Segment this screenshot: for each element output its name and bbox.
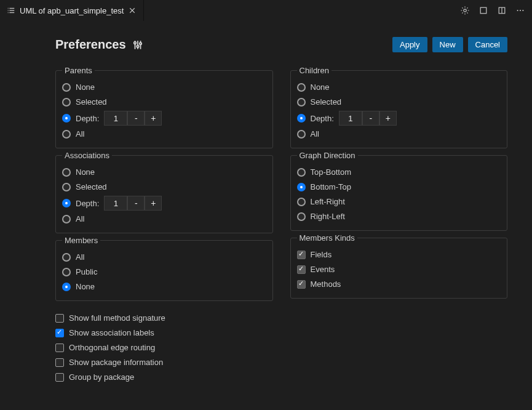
dir-rl[interactable]: Right-Left <box>297 209 501 224</box>
mk-methods-label: Methods <box>311 278 341 291</box>
parents-depth-spinner: - + <box>104 111 162 126</box>
svg-point-12 <box>517 10 518 11</box>
more-icon[interactable] <box>514 4 527 17</box>
children-depth-input[interactable] <box>339 111 362 126</box>
mk-methods-check[interactable] <box>297 280 306 289</box>
editor-tab[interactable]: UML of apb_uart_simple_test <box>0 0 144 21</box>
mk-fields-check[interactable] <box>297 251 306 259</box>
associations-depth-row: Depth: - + <box>62 195 266 212</box>
pkg-info[interactable]: Show package information <box>55 355 273 370</box>
dir-tb-label: Top-Bottom <box>311 166 351 179</box>
children-legend: Children <box>297 66 332 75</box>
members-group: Members All Public None <box>55 236 273 301</box>
dir-tb[interactable]: Top-Bottom <box>297 165 501 180</box>
parents-depth-dec[interactable]: - <box>127 111 145 126</box>
assoc-labels-check[interactable] <box>55 329 64 337</box>
associations-depth-input[interactable] <box>104 196 127 211</box>
members-all-label: All <box>76 251 84 263</box>
parents-none[interactable]: None <box>62 80 266 95</box>
associations-depth-inc[interactable]: + <box>145 196 162 211</box>
split-editor-icon[interactable] <box>495 4 509 17</box>
associations-none[interactable]: None <box>62 165 266 180</box>
children-depth-inc[interactable]: + <box>379 111 397 126</box>
mk-events-check[interactable] <box>297 265 306 274</box>
associations-none-label: None <box>76 166 95 179</box>
dir-bt-radio[interactable] <box>297 183 306 191</box>
cancel-button[interactable]: Cancel <box>468 37 507 52</box>
parents-selected-radio[interactable] <box>62 98 71 107</box>
action-buttons: Apply New Cancel <box>392 37 507 52</box>
mk-methods[interactable]: Methods <box>297 277 501 292</box>
bottom-checks: Show full method signature Show associat… <box>55 311 273 385</box>
group-pkg[interactable]: Group by package <box>55 370 273 385</box>
children-none[interactable]: None <box>297 80 501 95</box>
left-column: Parents None Selected Depth: - + All Ass… <box>55 66 273 385</box>
dir-tb-radio[interactable] <box>297 168 306 177</box>
full-signature-check[interactable] <box>55 314 64 323</box>
list-icon <box>6 6 16 15</box>
group-pkg-check[interactable] <box>55 373 64 382</box>
graph-direction-group: Graph Direction Top-Bottom Bottom-Top Le… <box>290 151 508 231</box>
page-title: Preferences <box>55 38 143 52</box>
children-selected-radio[interactable] <box>297 98 306 107</box>
parents-selected[interactable]: Selected <box>62 95 266 110</box>
svg-point-20 <box>139 42 141 44</box>
svg-point-19 <box>137 45 138 47</box>
orth-routing-check[interactable] <box>55 344 64 352</box>
members-public-radio[interactable] <box>62 268 71 276</box>
parents-depth-inc[interactable]: + <box>145 111 162 126</box>
associations-selected[interactable]: Selected <box>62 180 266 195</box>
parents-depth-radio[interactable] <box>62 114 71 123</box>
dir-rl-radio[interactable] <box>297 212 306 221</box>
children-depth-radio[interactable] <box>297 114 306 123</box>
apply-button[interactable]: Apply <box>392 37 427 52</box>
children-none-radio[interactable] <box>297 83 306 92</box>
gear-icon[interactable] <box>458 4 472 17</box>
mk-events-label: Events <box>311 263 335 276</box>
associations-none-radio[interactable] <box>62 168 71 177</box>
preferences-header: Preferences Apply New Cancel <box>55 37 507 52</box>
members-none[interactable]: None <box>62 279 266 294</box>
new-button[interactable]: New <box>432 37 463 52</box>
parents-all[interactable]: All <box>62 127 266 142</box>
dir-lr-radio[interactable] <box>297 198 306 206</box>
pkg-info-check[interactable] <box>55 358 64 367</box>
associations-all-radio[interactable] <box>62 215 71 223</box>
mk-events[interactable]: Events <box>297 262 501 277</box>
orth-routing-label: Orthogonal edge routing <box>69 342 155 354</box>
parents-all-radio[interactable] <box>62 130 71 139</box>
members-public[interactable]: Public <box>62 265 266 279</box>
parents-legend: Parents <box>62 66 95 75</box>
associations-selected-radio[interactable] <box>62 183 71 191</box>
assoc-labels[interactable]: Show association labels <box>55 326 273 340</box>
children-all-radio[interactable] <box>297 130 306 139</box>
dir-lr-label: Left-Right <box>311 196 345 208</box>
pkg-info-label: Show package information <box>69 356 163 369</box>
close-tab-button[interactable] <box>127 6 137 15</box>
children-selected[interactable]: Selected <box>297 95 501 110</box>
associations-depth-radio[interactable] <box>62 199 71 207</box>
orth-routing[interactable]: Orthogonal edge routing <box>55 340 273 355</box>
members-all[interactable]: All <box>62 250 266 265</box>
parents-group: Parents None Selected Depth: - + All <box>55 66 273 148</box>
parents-none-radio[interactable] <box>62 83 71 92</box>
full-signature[interactable]: Show full method signature <box>55 311 273 326</box>
members-none-label: None <box>76 281 95 293</box>
members-none-radio[interactable] <box>62 283 71 291</box>
children-all[interactable]: All <box>297 127 501 142</box>
associations-legend: Associations <box>62 151 112 160</box>
associations-all[interactable]: All <box>62 212 266 227</box>
svg-point-13 <box>520 10 521 11</box>
maximize-panel-icon[interactable] <box>477 4 490 17</box>
dir-rl-label: Right-Left <box>311 211 345 223</box>
preferences-columns: Parents None Selected Depth: - + All Ass… <box>55 66 507 385</box>
parents-selected-label: Selected <box>76 96 107 108</box>
children-depth-dec[interactable]: - <box>362 111 379 126</box>
parents-depth-row: Depth: - + <box>62 110 266 127</box>
parents-depth-input[interactable] <box>104 111 127 126</box>
associations-depth-dec[interactable]: - <box>127 196 145 211</box>
dir-bt[interactable]: Bottom-Top <box>297 180 501 195</box>
members-all-radio[interactable] <box>62 253 71 262</box>
mk-fields[interactable]: Fields <box>297 247 501 262</box>
dir-lr[interactable]: Left-Right <box>297 195 501 209</box>
